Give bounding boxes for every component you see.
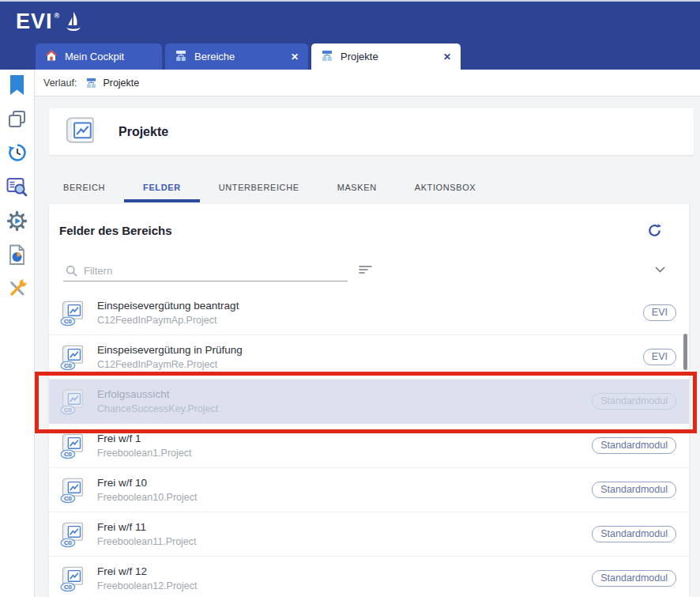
field-type-badge: C0	[64, 584, 72, 591]
field-chart-icon: C0	[59, 477, 87, 504]
sidebar-item-tools[interactable]	[6, 278, 29, 302]
field-id: Freeboolean12.Project	[97, 580, 197, 593]
module-badge: EVI	[643, 349, 676, 365]
list-item[interactable]: C0 Frei w/f 11 Freeboolean11.Project Sta…	[49, 512, 689, 557]
sidebar-item-windows[interactable]	[6, 108, 29, 132]
sidebar-item-history[interactable]	[6, 142, 29, 166]
card-title: Felder des Bereichs	[59, 224, 172, 237]
list-item[interactable]: C0 Einspeisevergütung in Prüfung C12Feed…	[49, 335, 689, 380]
chart-document-icon	[63, 116, 98, 148]
section-tab-felder[interactable]: FELDER	[124, 172, 200, 202]
scrollbar-thumb[interactable]	[683, 334, 687, 370]
field-chart-icon: C0	[59, 344, 87, 371]
sort-button[interactable]	[358, 264, 374, 276]
field-chart-icon: C0	[59, 521, 87, 548]
search-icon	[66, 265, 77, 277]
list-item[interactable]: C0 Frei w/f 10 Freeboolean10.Project Sta…	[49, 468, 689, 512]
sidebar-item-report[interactable]	[6, 244, 29, 268]
windows-icon	[7, 109, 27, 132]
module-badge: Standardmodul	[592, 526, 676, 542]
tab-mein-cockpit[interactable]: Mein Cockpit	[36, 43, 162, 70]
bookmark-icon	[9, 74, 25, 99]
list-item[interactable]: C0 Erfolgsaussicht ChanceSuccessKey.Proj…	[49, 380, 689, 424]
gear-play-icon	[6, 210, 28, 235]
field-id: Freeboolean11.Project	[97, 535, 197, 549]
module-badge: Standardmodul	[592, 570, 676, 587]
module-badge: Standardmodul	[592, 393, 676, 410]
app-window: EVI® Mein Cockpit	[0, 0, 700, 597]
list-item[interactable]: C0 Einspeisevergütung beantragt C12FeedI…	[49, 291, 689, 335]
sidebar-item-search-panel[interactable]	[6, 176, 29, 200]
tab-bar: Mein Cockpit Bereiche ✕	[0, 43, 700, 70]
tab-label: Mein Cockpit	[65, 51, 124, 62]
field-type-badge: C0	[64, 318, 72, 325]
field-title: Einspeisevergütung in Prüfung	[97, 343, 243, 357]
panel-search-icon	[6, 177, 28, 200]
list-item[interactable]: C0 Frei w/f 12 Freeboolean12.Project Sta…	[49, 557, 689, 597]
field-text: Frei w/f 11 Freeboolean11.Project	[97, 520, 197, 549]
field-type-badge: C0	[64, 362, 72, 369]
module-badge: Standardmodul	[592, 437, 676, 454]
registered-mark: ®	[55, 12, 61, 20]
field-id: C12FeedInPaymRe.Project	[97, 358, 243, 372]
field-text: Einspeisevergütung in Prüfung C12FeedInP…	[97, 343, 243, 372]
module-badge: EVI	[643, 304, 676, 321]
breadcrumb-item-projekte[interactable]: Projekte	[103, 77, 139, 89]
breadcrumb: Verlauf: Projekte	[35, 70, 700, 96]
chevron-down-icon[interactable]	[655, 266, 665, 273]
tab-bereiche[interactable]: Bereiche ✕	[165, 43, 308, 70]
field-text: Frei w/f 10 Freeboolean10.Project	[97, 476, 197, 504]
tab-projekte[interactable]: Projekte ✕	[311, 43, 461, 70]
field-id: C12FeedInPaymAp.Project	[97, 314, 239, 327]
field-id: ChanceSuccessKey.Project	[97, 402, 218, 416]
logo-text: EVI	[16, 9, 53, 34]
field-type-badge: C0	[64, 539, 72, 546]
field-id: Freeboolean1.Project	[97, 447, 192, 460]
history-icon	[7, 142, 28, 166]
field-chart-icon: C0	[59, 388, 87, 415]
tab-label: Bereiche	[194, 51, 235, 62]
field-type-badge: C0	[64, 495, 72, 502]
field-text: Frei w/f 1 Freeboolean1.Project	[97, 432, 192, 460]
field-list: C0 Einspeisevergütung beantragt C12FeedI…	[49, 291, 689, 597]
field-title: Frei w/f 11	[97, 520, 197, 535]
field-id: Freeboolean10.Project	[97, 491, 197, 504]
felder-card: Felder des Bereichs	[49, 204, 689, 597]
refresh-button[interactable]	[647, 223, 662, 238]
document-pie-icon	[8, 244, 26, 269]
section-tab-bar: BEREICH FELDER UNTERBEREICHE MASKEN AKTI…	[44, 172, 495, 202]
tools-icon	[7, 278, 28, 302]
field-type-badge: C0	[64, 451, 72, 458]
field-title: Frei w/f 12	[97, 565, 197, 579]
field-chart-icon: C0	[59, 300, 87, 327]
app-logo: EVI®	[16, 9, 83, 38]
org-chart-icon	[85, 77, 97, 89]
page-banner: Projekte	[49, 108, 694, 155]
field-chart-icon: C0	[59, 433, 87, 459]
filter-input[interactable]	[84, 265, 348, 277]
sidebar-item-bookmarks[interactable]	[6, 74, 29, 98]
section-tab-aktionsbox[interactable]: AKTIONSBOX	[396, 172, 495, 202]
field-title: Erfolgsaussicht	[97, 387, 218, 402]
left-sidebar	[0, 70, 35, 597]
field-type-badge: C0	[64, 406, 72, 414]
field-title: Einspeisevergütung beantragt	[97, 299, 239, 313]
field-text: Einspeisevergütung beantragt C12FeedInPa…	[97, 299, 239, 327]
close-icon[interactable]: ✕	[443, 51, 451, 62]
list-item[interactable]: C0 Frei w/f 1 Freeboolean1.Project Stand…	[49, 424, 689, 468]
field-chart-icon: C0	[59, 565, 87, 592]
sidebar-item-automation[interactable]	[6, 210, 29, 234]
section-tab-masken[interactable]: MASKEN	[318, 172, 396, 202]
field-title: Frei w/f 10	[97, 476, 197, 490]
breadcrumb-label: Verlauf:	[43, 77, 77, 89]
app-header: EVI®	[0, 0, 700, 43]
section-tab-bereich[interactable]: BEREICH	[44, 172, 124, 202]
field-text: Erfolgsaussicht ChanceSuccessKey.Project	[97, 387, 218, 416]
main-content: Projekte BEREICH FELDER UNTERBEREICHE MA…	[35, 96, 700, 597]
field-text: Frei w/f 12 Freeboolean12.Project	[97, 565, 197, 593]
module-badge: Standardmodul	[592, 482, 676, 498]
section-tab-unterbereiche[interactable]: UNTERBEREICHE	[200, 172, 318, 202]
close-icon[interactable]: ✕	[291, 51, 299, 62]
sailboat-icon	[62, 9, 83, 38]
filter-field	[63, 261, 348, 281]
